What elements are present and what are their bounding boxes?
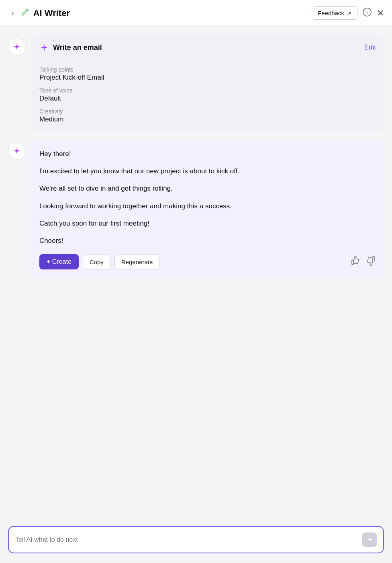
feedback-button[interactable]: Feedback ↗ — [312, 6, 357, 20]
prompt-card-header: Write an email Edit — [31, 36, 384, 59]
response-para-5: Catch you soon for our first meeting! — [39, 218, 376, 229]
sparkle-icon — [12, 42, 21, 51]
sparkle-title-icon — [39, 43, 49, 52]
response-para-4: Looking forward to working together and … — [39, 201, 376, 212]
response-avatar — [8, 142, 26, 160]
creativity-label: Creativity — [39, 108, 376, 115]
info-button[interactable]: i — [362, 7, 372, 19]
response-card-wrapper: Hey there! I'm excited to let you know t… — [8, 140, 384, 277]
ai-input[interactable] — [15, 536, 358, 543]
regenerate-button[interactable]: Regenerate — [114, 255, 159, 269]
talking-points-value: Project Kick-off Email — [39, 74, 376, 82]
response-para-6: Cheers! — [39, 235, 376, 246]
prompt-card-body: Talking points Project Kick-off Email To… — [31, 59, 384, 131]
svg-text:i: i — [366, 9, 368, 15]
prompt-avatar — [8, 38, 26, 55]
header-right: Feedback ↗ i ✕ — [312, 6, 384, 20]
prompt-card-wrapper: Write an email Edit Talking points Proje… — [8, 36, 384, 131]
external-link-icon: ↗ — [347, 10, 351, 16]
talking-points-label: Talking points — [39, 66, 376, 73]
feedback-label: Feedback — [318, 10, 344, 16]
header-left: ‹ AI Writer — [8, 7, 308, 19]
thumbs-up-button[interactable] — [350, 255, 361, 268]
response-para-2: I'm excited to let you know that our new… — [39, 166, 376, 177]
tone-field: Tone of voice Default — [39, 87, 376, 103]
input-wrapper — [8, 526, 384, 553]
edit-button[interactable]: Edit — [364, 43, 376, 51]
talking-points-field: Talking points Project Kick-off Email — [39, 66, 376, 82]
bottom-input-bar — [0, 520, 392, 563]
thumbs-down-button[interactable] — [365, 255, 376, 268]
main-content: Write an email Edit Talking points Proje… — [0, 27, 392, 520]
creativity-value: Medium — [39, 115, 376, 123]
response-text: Hey there! I'm excited to let you know t… — [39, 148, 376, 246]
prompt-card-title: Write an email — [39, 43, 102, 52]
close-button[interactable]: ✕ — [377, 8, 384, 18]
copy-button[interactable]: Copy — [83, 255, 110, 269]
sparkle-response-icon — [12, 146, 21, 155]
header: ‹ AI Writer Feedback ↗ i ✕ — [0, 0, 392, 27]
response-card: Hey there! I'm excited to let you know t… — [31, 140, 384, 277]
response-para-1: Hey there! — [39, 148, 376, 159]
tone-label: Tone of voice — [39, 87, 376, 94]
create-button[interactable]: + Create — [39, 254, 79, 269]
page-title: AI Writer — [33, 8, 70, 18]
creativity-field: Creativity Medium — [39, 108, 376, 123]
feedback-actions — [350, 255, 376, 268]
response-actions: + Create Copy Regenerate — [39, 254, 376, 269]
send-button[interactable] — [362, 532, 377, 547]
back-button[interactable]: ‹ — [8, 7, 17, 19]
pencil-icon — [21, 8, 29, 18]
prompt-card: Write an email Edit Talking points Proje… — [31, 36, 384, 131]
response-para-3: We're all set to dive in and get things … — [39, 183, 376, 194]
prompt-title-text: Write an email — [53, 43, 102, 52]
tone-value: Default — [39, 95, 376, 103]
